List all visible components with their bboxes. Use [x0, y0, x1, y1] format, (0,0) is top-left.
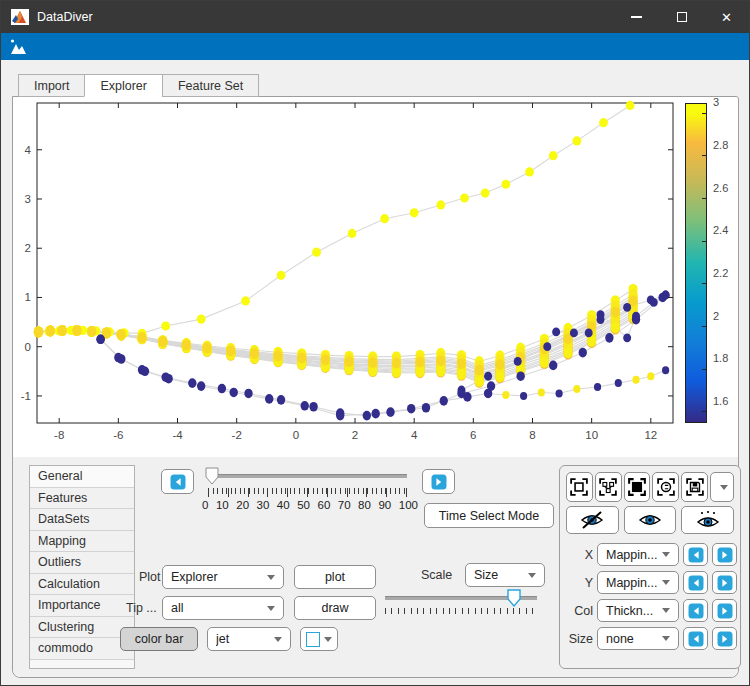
- time-select-mode-button[interactable]: Time Select Mode: [424, 503, 554, 528]
- colorbar-tick-label: 2.4: [713, 224, 728, 236]
- time-slider[interactable]: [207, 467, 407, 484]
- mapping-next-button[interactable]: [712, 627, 737, 650]
- chevron-down-icon: [662, 580, 670, 585]
- svg-text:6: 6: [470, 429, 476, 441]
- scale-label: Scale: [421, 568, 452, 582]
- svg-text:10: 10: [585, 429, 598, 441]
- scale-dropdown[interactable]: Size: [465, 563, 545, 587]
- size-slider-thumb[interactable]: [507, 589, 521, 607]
- mapping-dropdown[interactable]: none: [597, 627, 679, 650]
- size-slider-ticks: [385, 608, 539, 614]
- view-tools-panel: XMappin...YMappin...ColThickn...Sizenone: [559, 465, 741, 669]
- svg-text:-4: -4: [172, 429, 183, 441]
- mapping-next-button[interactable]: [712, 571, 737, 594]
- plot-type-dropdown[interactable]: Explorer: [162, 565, 284, 589]
- app-window: DataDiver ✕ Import Explorer Feature Set …: [0, 0, 750, 686]
- chevron-down-icon: [528, 573, 536, 578]
- colorbar-tick: [702, 411, 707, 412]
- mapping-next-button[interactable]: [712, 543, 737, 566]
- window-title: DataDiver: [37, 10, 614, 24]
- mapping-dropdown[interactable]: Mappin...: [597, 543, 679, 566]
- list-item[interactable]: Importance: [30, 595, 134, 617]
- list-item[interactable]: Outliers: [30, 552, 134, 574]
- view-tools-dropdown-button[interactable]: [710, 472, 734, 502]
- colorbar: 1.61.822.22.42.62.83: [685, 103, 743, 423]
- colorbar-tick-label: 3: [713, 96, 719, 108]
- list-item[interactable]: commodo: [30, 638, 134, 660]
- refresh-selection-button[interactable]: [652, 472, 679, 502]
- time-step-forward-button[interactable]: [422, 469, 455, 494]
- explorer-tab-panel: -8-6-4-2024681012-101234 1.61.822.22.42.…: [12, 96, 739, 678]
- minimize-button[interactable]: [614, 1, 659, 33]
- fit-view-button[interactable]: [566, 472, 593, 502]
- list-item[interactable]: Calculation: [30, 574, 134, 596]
- explorer-plot[interactable]: -8-6-4-2024681012-101234: [13, 97, 681, 453]
- mapping-next-button[interactable]: [712, 599, 737, 622]
- mapping-dropdown[interactable]: Mappin...: [597, 571, 679, 594]
- colorbar-gradient: [685, 103, 707, 423]
- chevron-down-icon: [324, 637, 332, 642]
- mapping-row-label: Size: [566, 632, 593, 646]
- mapping-prev-button[interactable]: [683, 571, 708, 594]
- left-arrow-icon: [688, 631, 704, 647]
- time-tick-label: 100: [399, 499, 418, 511]
- close-button[interactable]: ✕: [704, 1, 749, 33]
- mapping-prev-button[interactable]: [683, 599, 708, 622]
- list-item[interactable]: Features: [30, 488, 134, 510]
- colorbar-tick: [702, 113, 707, 114]
- list-item[interactable]: Clustering: [30, 617, 134, 639]
- tip-dropdown[interactable]: all: [162, 596, 284, 620]
- time-tick-label: 30: [257, 499, 270, 511]
- figure-toolbar: [1, 33, 749, 60]
- right-arrow-icon: [717, 631, 733, 647]
- list-item[interactable]: General: [30, 466, 134, 488]
- list-item[interactable]: Mapping: [30, 531, 134, 553]
- size-slider[interactable]: [385, 589, 537, 605]
- titlebar: DataDiver ✕: [1, 1, 749, 33]
- svg-text:-8: -8: [54, 429, 64, 441]
- tab-feature-set[interactable]: Feature Set: [162, 74, 259, 97]
- axis-mapping-rows: XMappin...YMappin...ColThickn...Sizenone: [566, 543, 734, 650]
- hide-selection-button[interactable]: [566, 506, 619, 534]
- show-all-button[interactable]: [681, 506, 734, 534]
- show-selection-button[interactable]: [624, 506, 677, 534]
- tab-import[interactable]: Import: [18, 74, 84, 97]
- plot-area: -8-6-4-2024681012-101234 1.61.822.22.42.…: [13, 97, 738, 457]
- time-slider-thumb[interactable]: [205, 467, 219, 485]
- colorbar-tick: [702, 369, 707, 370]
- controls-strip: GeneralFeaturesDataSetsMappingOutliersCa…: [13, 457, 738, 677]
- time-tick-label: 0: [202, 499, 208, 511]
- time-tick-label: 80: [358, 499, 371, 511]
- right-arrow-icon: [717, 603, 733, 619]
- mapping-row-label: X: [566, 548, 593, 562]
- mapping-prev-button[interactable]: [683, 627, 708, 650]
- mapping-row-label: Col: [566, 604, 593, 618]
- svg-text:2: 2: [352, 429, 358, 441]
- draw-button[interactable]: draw: [294, 596, 376, 620]
- colorbar-tick-label: 1.6: [713, 395, 728, 407]
- time-slider-tick-labels: 0102030405060708090100: [202, 499, 418, 511]
- save-view-button[interactable]: [681, 472, 708, 502]
- svg-text:1: 1: [25, 291, 31, 303]
- time-tick-label: 50: [297, 499, 310, 511]
- left-arrow-icon: [170, 474, 186, 490]
- right-arrow-icon: [431, 474, 447, 490]
- mapping-dropdown[interactable]: Thickn...: [597, 599, 679, 622]
- select-all-button[interactable]: [624, 472, 651, 502]
- axes-plot-icon[interactable]: [9, 38, 29, 56]
- marker-color-dropdown[interactable]: [300, 627, 338, 651]
- colorbar-tick: [702, 198, 707, 199]
- matlab-logo-icon: [11, 9, 29, 25]
- chevron-down-icon: [662, 552, 670, 557]
- tab-explorer[interactable]: Explorer: [84, 74, 162, 97]
- color-bar-button[interactable]: color bar: [120, 627, 198, 651]
- maximize-button[interactable]: [659, 1, 704, 33]
- mapping-prev-button[interactable]: [683, 543, 708, 566]
- select-nodes-button[interactable]: [595, 472, 622, 502]
- time-step-back-button[interactable]: [161, 469, 194, 494]
- colormap-dropdown[interactable]: jet: [207, 627, 291, 651]
- time-tick-label: 70: [338, 499, 351, 511]
- plot-button[interactable]: plot: [294, 565, 376, 589]
- mapping-row-label: Y: [566, 576, 593, 590]
- list-item[interactable]: DataSets: [30, 509, 134, 531]
